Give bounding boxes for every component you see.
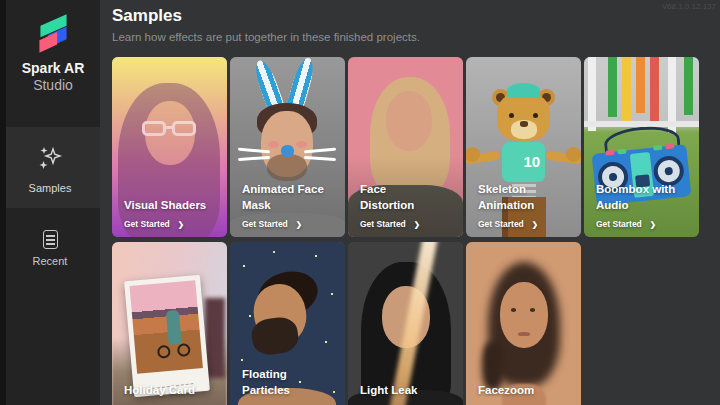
bear-shirt: 10 [502,142,545,182]
sidebar-item-label: Recent [0,255,100,267]
get-started-link[interactable]: Get Started❯ [124,219,221,229]
boombox-button [617,148,626,154]
sample-card-boombox-with-audio[interactable]: Boombox with Audio Get Started❯ [584,57,699,237]
chevron-right-icon: ❯ [650,220,656,229]
get-started-link[interactable]: Get Started❯ [478,219,575,229]
card-title: Facezoom [478,382,575,398]
spark-ar-logo-icon [34,10,72,56]
blush-shape [296,141,307,148]
card-label: Animated Face Mask Get Started❯ [242,181,339,229]
bear-paw [566,147,581,162]
fence-post [588,57,596,131]
sidebar: Spark AR Studio Samples Recent [0,0,100,405]
card-label: Face Distortion Get Started❯ [360,181,457,229]
blush-shape [268,141,279,148]
card-label: Boombox with Audio Get Started❯ [596,181,693,229]
face-shape [500,282,548,348]
samples-grid: Visual Shaders Get Started❯ Animate [112,57,699,405]
holiday-card-art [112,242,227,405]
beard-shape [267,154,307,181]
fence-ribbon [636,57,645,113]
shirt-number: 10 [524,142,541,182]
page-subtitle: Learn how effects are put together in th… [112,31,420,43]
sparkles-icon [37,146,63,172]
card-title: Holiday Card [124,382,221,398]
brand-name: Spark AR [6,60,100,77]
bear-nose [520,121,528,127]
light-leak-art [348,242,463,405]
page-title: Samples [112,6,182,26]
polaroid-photo [130,280,203,373]
card-label: Floating Particles [242,366,339,398]
sample-card-visual-shaders[interactable]: Visual Shaders Get Started❯ [112,57,227,237]
eye-shape [530,308,535,312]
get-started-link[interactable]: Get Started❯ [360,219,457,229]
lips-shape [518,332,530,336]
fence-ribbon [684,57,693,115]
sample-card-skeleton-animation[interactable]: 10 Skeleton Animation Get Started❯ [466,57,581,237]
card-label: Facezoom [478,382,575,398]
bear-eye [509,113,514,118]
fence-ribbon [622,57,631,125]
card-title: Face Distortion [360,181,457,213]
polaroid-frame [124,275,210,397]
boombox-button [653,145,662,151]
card-label: Light Leak [360,382,457,398]
chevron-right-icon: ❯ [178,220,184,229]
sidebar-item-label: Samples [0,182,100,194]
boombox-button [665,143,674,149]
card-title: Floating Particles [242,366,339,398]
card-label: Holiday Card [124,382,221,398]
eye-shape [511,308,516,312]
sample-card-animated-face-mask[interactable]: Animated Face Mask Get Started❯ [230,57,345,237]
version-label: V68.1.0.12.137 [662,2,716,11]
person-shape [166,310,182,345]
sidebar-item-samples[interactable]: Samples [0,127,100,208]
card-title: Animated Face Mask [242,181,339,213]
get-started-link[interactable]: Get Started❯ [242,219,339,229]
sample-card-light-leak[interactable]: Light Leak [348,242,463,405]
bike-wheel [157,345,171,359]
boombox-button [605,150,614,156]
card-label: Skeleton Animation Get Started❯ [478,181,575,229]
fence-ribbon [650,57,659,121]
chevron-right-icon: ❯ [296,220,302,229]
chevron-right-icon: ❯ [414,220,420,229]
get-started-link[interactable]: Get Started❯ [596,219,693,229]
card-title: Visual Shaders [124,197,221,213]
bunny-nose [281,145,294,157]
sample-card-facezoom[interactable]: Facezoom [466,242,581,405]
card-title: Light Leak [360,382,457,398]
sample-card-holiday-card[interactable]: Holiday Card [112,242,227,405]
brand-subname: Studio [6,77,100,94]
document-icon [43,230,58,249]
bear-cap [507,83,540,98]
fence-ribbon [608,57,617,117]
card-label: Visual Shaders Get Started❯ [124,197,221,229]
bear-eye [533,113,538,118]
sample-card-floating-particles[interactable]: Floating Particles [230,242,345,405]
window-edge [0,0,6,405]
sidebar-item-recent[interactable]: Recent [0,208,100,280]
brand: Spark AR Studio [6,0,100,94]
chevron-right-icon: ❯ [532,220,538,229]
bike-wheel [177,343,191,357]
facezoom-art [466,242,581,405]
building-silhouette [205,298,225,378]
card-title: Skeleton Animation [478,181,575,213]
sample-card-face-distortion[interactable]: Face Distortion Get Started❯ [348,57,463,237]
card-title: Boombox with Audio [596,181,693,213]
